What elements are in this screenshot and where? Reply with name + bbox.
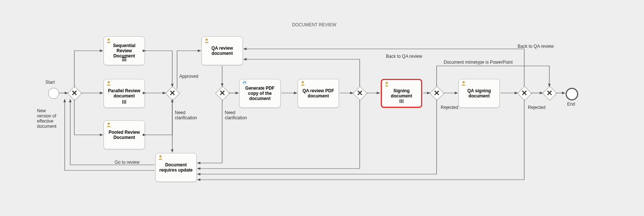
task-label: Parallel Review document	[105, 88, 143, 99]
flow-label-mimetype-ppt: Document mimetype is PowerPoint	[444, 60, 513, 65]
start-event-sublabel: New version of effective document	[37, 108, 57, 129]
svg-point-8	[108, 123, 110, 125]
task-qa-signing[interactable]: QA signing document	[458, 79, 500, 108]
gateway-6[interactable]: ✕	[518, 86, 531, 100]
diagram-title: DOCUMENT REVIEW	[277, 22, 351, 27]
svg-point-16	[159, 155, 162, 157]
parallel-marker-icon	[399, 99, 404, 104]
svg-point-11	[386, 82, 388, 84]
gateway-4[interactable]: ✕	[353, 86, 366, 100]
task-pooled-review[interactable]: Pooled Review Document	[104, 120, 145, 149]
task-generate-pdf[interactable]: Generate PDF copy of the document	[239, 79, 281, 108]
svg-point-9	[206, 39, 208, 41]
start-event-label: Start	[45, 80, 55, 85]
task-label: Document requires update	[157, 162, 195, 173]
svg-point-4	[108, 81, 110, 83]
sequential-marker-icon	[122, 57, 127, 63]
task-parallel-review[interactable]: Parallel Review document	[104, 79, 145, 108]
task-label: QA review document	[203, 46, 241, 56]
task-document-requires-update[interactable]: Document requires update	[155, 153, 197, 182]
task-signing-document[interactable]: Signing document	[381, 79, 422, 108]
task-qa-review-pdf[interactable]: QA review PDF document	[298, 79, 339, 108]
flow-label-back-to-qa-1: Back to QA review	[386, 54, 422, 59]
flow-label-back-to-qa-2: Back to QA review	[518, 44, 554, 49]
task-label: Signing document	[383, 88, 420, 99]
flow-connectors	[0, 0, 644, 216]
flow-label-rejected-2: Rejected	[528, 105, 545, 110]
end-event[interactable]	[566, 88, 578, 100]
user-icon	[300, 81, 305, 87]
flow-label-approved: Approved	[179, 74, 198, 79]
user-icon	[106, 38, 111, 44]
svg-point-15	[462, 81, 465, 83]
end-event-label: End	[567, 102, 575, 107]
task-sequential-review[interactable]: Sequential Review Document	[104, 36, 145, 65]
bpmn-diagram-canvas: DOCUMENT REVIEW Start New version of eff…	[0, 0, 644, 216]
user-icon	[204, 38, 209, 44]
task-label: Sequential Review Document	[105, 43, 143, 59]
task-label: Pooled Review Document	[105, 130, 143, 140]
user-icon	[158, 155, 163, 161]
task-qa-review[interactable]: QA review document	[201, 36, 243, 65]
gateway-5[interactable]: ✕	[430, 86, 443, 100]
user-icon	[461, 81, 466, 87]
task-label: Generate PDF copy of the document	[241, 86, 279, 101]
flow-label-need-clarification-1: Need clarification	[175, 110, 197, 120]
user-icon	[106, 122, 111, 129]
gear-icon	[242, 81, 247, 87]
gateway-1[interactable]: ✕	[68, 86, 81, 100]
start-event[interactable]	[48, 88, 59, 99]
flow-label-go-to-review: Go to review	[115, 160, 139, 165]
user-icon	[106, 81, 111, 87]
flow-label-need-clarification-2: Need clarification	[225, 110, 247, 120]
parallel-marker-icon	[122, 100, 127, 105]
gateway-7[interactable]: ✕	[543, 86, 556, 100]
task-label: QA signing document	[460, 88, 498, 99]
svg-point-10	[302, 81, 304, 83]
user-icon	[384, 82, 389, 88]
flow-label-rejected-1: Rejected	[441, 105, 458, 110]
svg-point-0	[108, 39, 110, 41]
gateway-2[interactable]: ✕	[166, 86, 179, 100]
gateway-3[interactable]: ✕	[216, 86, 229, 100]
task-label: QA review PDF document	[299, 88, 337, 99]
